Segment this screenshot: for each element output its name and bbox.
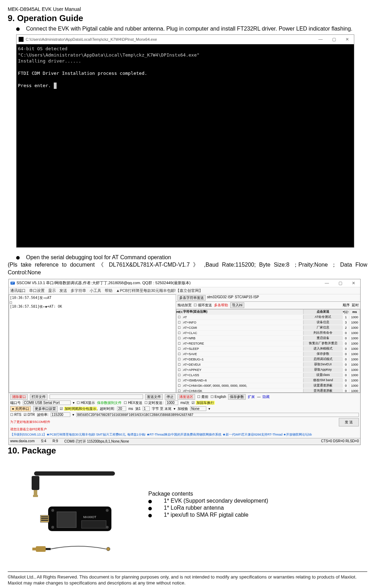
send-input[interactable]: B85685C2DF047802B71616E880F1093AEEA1BCC2… — [76, 413, 359, 417]
menu-item[interactable]: 多字符串 — [71, 288, 86, 293]
order-input[interactable]: 0 — [342, 337, 349, 340]
hex-checkbox[interactable]: ☐ — [176, 342, 182, 345]
clear-button[interactable]: 清除窗口 — [10, 394, 28, 400]
send-cmd-button[interactable]: AT命令测试 — [303, 315, 342, 319]
cmd-text[interactable]: AT+RESTORE — [182, 342, 303, 345]
order-input[interactable]: 0 — [342, 347, 349, 351]
rts-checkbox[interactable]: ☐ RTS — [10, 413, 21, 417]
timestamp-checkbox[interactable]: ☑ 加时间戳和分包显示, — [60, 406, 98, 411]
close-port-button[interactable]: ● 关闭串口 — [10, 406, 31, 412]
checksum-select[interactable]: None — [190, 406, 206, 411]
order-input[interactable]: 2 — [342, 326, 349, 329]
send-cmd-button[interactable]: 获取DevEUI — [303, 362, 342, 367]
file-path-input[interactable] — [50, 394, 143, 399]
open-file-button[interactable]: 打开文件 — [30, 394, 47, 400]
promo-text[interactable]: 【升级到SSCOM5.13.1】★PCB打样降至每款30元顺丰包邮! SMT贴片… — [10, 432, 312, 437]
send-cmd-button[interactable]: 设置class — [303, 373, 342, 377]
dtr-checkbox[interactable]: ☑ DTR — [24, 413, 35, 417]
hex-checkbox[interactable]: ☐ — [176, 315, 182, 319]
baud-select[interactable]: 115200 — [51, 412, 70, 417]
order-input[interactable]: 0 — [342, 373, 349, 377]
hex-checkbox[interactable]: ☐ — [176, 347, 182, 351]
extend-link[interactable]: 扩展 — [248, 394, 255, 399]
loop-send-checkbox[interactable]: ☐ 定时发送: — [144, 400, 164, 405]
menu-item[interactable]: 串口设置 — [29, 288, 45, 293]
delay-input[interactable]: 1000 — [349, 342, 360, 345]
save-settings-button[interactable]: 保存参数 — [228, 394, 246, 400]
maximize-button[interactable]: ▢ — [334, 279, 347, 288]
cmd-text[interactable]: AT+DEBUG=1 — [182, 358, 303, 361]
delay-input[interactable]: 1000 — [349, 352, 360, 356]
send-cmd-button[interactable]: 恢复出厂参数并重启 — [303, 341, 342, 346]
send-cmd-button[interactable]: 设置通道屏蔽 — [303, 383, 342, 388]
send-cmd-button[interactable]: 启用调试模式 — [303, 357, 342, 361]
delay-input[interactable]: 1000 — [349, 368, 360, 372]
minimize-button[interactable]: — — [320, 279, 334, 288]
hex-checkbox[interactable]: ☐ — [176, 321, 182, 324]
menu-item[interactable]: 小工具 — [90, 288, 101, 293]
help-link[interactable]: 多条帮助 — [214, 303, 228, 308]
english-checkbox[interactable]: ☐ English — [211, 395, 226, 399]
sscom-log[interactable]: [10:36:57.564]发→◇AT □ [10:36:57.581]收←◆+… — [9, 294, 176, 393]
hide-link[interactable]: 隐藏 — [263, 394, 270, 399]
delay-input[interactable]: 1000 — [349, 315, 360, 319]
hex-checkbox[interactable]: ☐ — [176, 358, 182, 361]
order-input[interactable]: 1 — [342, 315, 349, 319]
cmd-text[interactable]: AT+APPKEY — [182, 368, 303, 372]
send-cmd-button[interactable]: 进入休眠模式 — [303, 346, 342, 351]
hex-send-checkbox[interactable]: ☐ HEX发送 — [124, 400, 142, 405]
cmd-text[interactable]: AT+CHMASK=000F, 0000, 0000, 0000, 0000, — [182, 384, 303, 387]
delay-input[interactable]: 1000 — [349, 363, 360, 366]
order-input[interactable]: 0 — [342, 389, 349, 393]
cmd-text[interactable]: AT+CLAC — [182, 331, 303, 335]
send-file-button[interactable]: 发送文件 — [145, 394, 163, 400]
order-input[interactable]: 0 — [342, 379, 349, 382]
order-input[interactable]: 0 — [342, 368, 349, 372]
order-input[interactable]: 0 — [342, 342, 349, 345]
send-cmd-button[interactable]: 查询通道屏蔽 — [303, 388, 342, 393]
hex-checkbox[interactable]: ☐ — [176, 384, 182, 387]
tab-multistring[interactable]: 多条字符串发送 — [177, 295, 206, 301]
cmd-text[interactable]: AT+CGMI — [182, 326, 303, 329]
delay-input[interactable]: 1000 — [349, 389, 360, 393]
send-cmd-button[interactable]: 保存参数 — [303, 352, 342, 356]
clear-send-button[interactable]: 清发送区 — [177, 394, 195, 400]
hex-show-checkbox[interactable]: ☐ HEX显示 — [77, 400, 95, 405]
menu-promo[interactable]: ▲PCB打样降至每款30元顺丰包邮!【嘉立创官网】 — [116, 288, 203, 293]
menu-item[interactable]: 发送 — [59, 288, 67, 293]
delay-input[interactable]: 1000 — [349, 326, 360, 329]
tab-stc[interactable]: STC/IAP15 ISP — [235, 295, 259, 301]
maximize-button[interactable]: ▢ — [327, 35, 341, 44]
delay-input[interactable]: 1000 — [349, 358, 360, 361]
delay-input[interactable]: 1000 — [349, 373, 360, 377]
cmd-text[interactable]: AT+DEVEUI — [182, 363, 303, 366]
more-options-button[interactable]: 更多串口设置 — [33, 406, 58, 412]
crlf-checkbox[interactable]: ☑ 加回车换行 — [192, 400, 215, 405]
delay-input[interactable]: 1000 — [349, 347, 360, 351]
cmd-text[interactable]: AT+NRB — [182, 337, 303, 340]
loop-checkbox[interactable]: ☐ 循环发送 — [194, 303, 212, 308]
import-button[interactable]: 导入ini — [230, 302, 244, 308]
cmd-text[interactable]: AT+SAVE — [182, 352, 303, 356]
order-input[interactable]: 0 — [342, 363, 349, 366]
delay-input[interactable]: 1000 — [349, 331, 360, 335]
send-cmd-button[interactable]: 厂家信息 — [303, 325, 342, 330]
loop-ms-input[interactable]: 1000 — [166, 400, 178, 405]
order-input[interactable]: 0 — [342, 331, 349, 335]
send-cmd-button[interactable]: 设备信息 — [303, 320, 342, 325]
order-input[interactable]: 3 — [342, 321, 349, 324]
send-button[interactable]: 发 送 — [339, 418, 359, 426]
cmd-text[interactable]: AT+CLASS — [182, 373, 303, 377]
order-input[interactable]: 0 — [342, 358, 349, 361]
hex-checkbox[interactable]: ☐ — [176, 373, 182, 377]
send-cmd-button[interactable]: 获取AppKey — [303, 367, 342, 372]
hex-checkbox[interactable]: ☐ — [176, 363, 182, 366]
delay-input[interactable]: 1000 — [349, 379, 360, 382]
hex-checkbox[interactable]: ☐ — [176, 337, 182, 340]
cmd-text[interactable]: AT+CHMASK — [182, 389, 303, 393]
minimize-button[interactable]: — — [314, 35, 327, 44]
send-cmd-button[interactable]: 修改ISM band — [303, 378, 342, 383]
hex-checkbox[interactable]: ☐ — [176, 331, 182, 335]
hex-checkbox[interactable]: ☐ — [176, 326, 182, 329]
menu-item[interactable]: 通讯端口 — [10, 288, 26, 293]
